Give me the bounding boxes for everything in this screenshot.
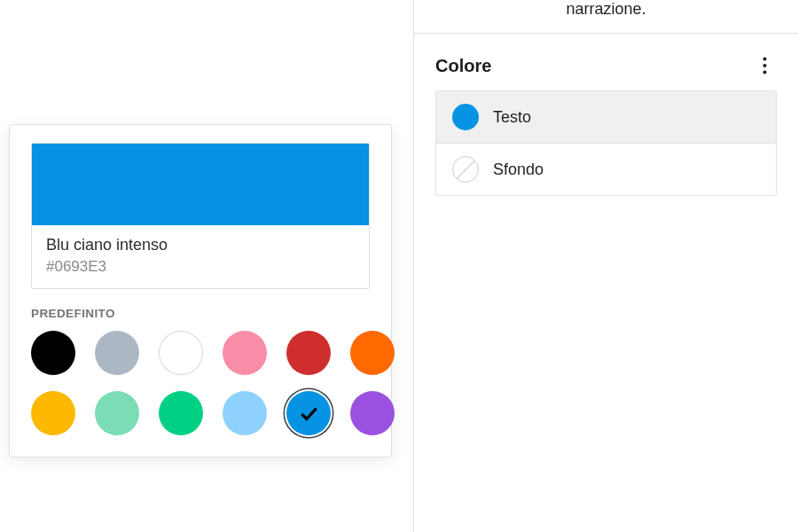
- text-color-label: Testo: [493, 108, 531, 127]
- swatch-purple[interactable]: [350, 391, 395, 435]
- preset-swatch-grid: [31, 331, 370, 435]
- editor-canvas: Blu ciano intenso #0693E3 PREDEFINITO: [0, 0, 413, 532]
- text-color-indicator: [452, 104, 479, 130]
- settings-sidebar: narrazione. Colore Testo Sfondo: [413, 0, 798, 532]
- block-description-tail: narrazione.: [414, 0, 798, 33]
- check-icon: [286, 391, 331, 435]
- swatch-red[interactable]: [286, 331, 331, 375]
- svg-point-0: [763, 58, 766, 61]
- swatch-orange[interactable]: [350, 331, 395, 375]
- color-rows: Testo Sfondo: [435, 90, 777, 196]
- color-panel-options-button[interactable]: [752, 53, 777, 78]
- swatch-mint[interactable]: [95, 391, 139, 435]
- background-color-label: Sfondo: [493, 160, 544, 179]
- svg-point-2: [763, 71, 766, 74]
- swatch-green[interactable]: [159, 391, 203, 435]
- current-color-preview[interactable]: [32, 144, 369, 225]
- kebab-icon: [763, 57, 767, 74]
- current-color-card: Blu ciano intenso #0693E3: [31, 143, 370, 289]
- svg-point-1: [763, 64, 766, 67]
- swatch-white[interactable]: [159, 331, 203, 375]
- swatch-pink[interactable]: [223, 331, 267, 375]
- color-picker-popover: Blu ciano intenso #0693E3 PREDEFINITO: [9, 124, 392, 458]
- preset-section-label: PREDEFINITO: [31, 307, 370, 320]
- swatch-gray[interactable]: [95, 331, 139, 375]
- text-color-row[interactable]: Testo: [436, 91, 776, 143]
- background-color-indicator: [452, 156, 479, 183]
- swatch-black[interactable]: [31, 331, 75, 375]
- current-color-hex: #0693E3: [46, 258, 355, 276]
- swatch-amber[interactable]: [31, 391, 75, 435]
- current-color-name: Blu ciano intenso: [46, 236, 355, 254]
- color-panel-title: Colore: [435, 56, 491, 76]
- swatch-cyan-blue[interactable]: [286, 391, 331, 435]
- background-color-row[interactable]: Sfondo: [436, 143, 776, 195]
- swatch-sky[interactable]: [223, 391, 267, 435]
